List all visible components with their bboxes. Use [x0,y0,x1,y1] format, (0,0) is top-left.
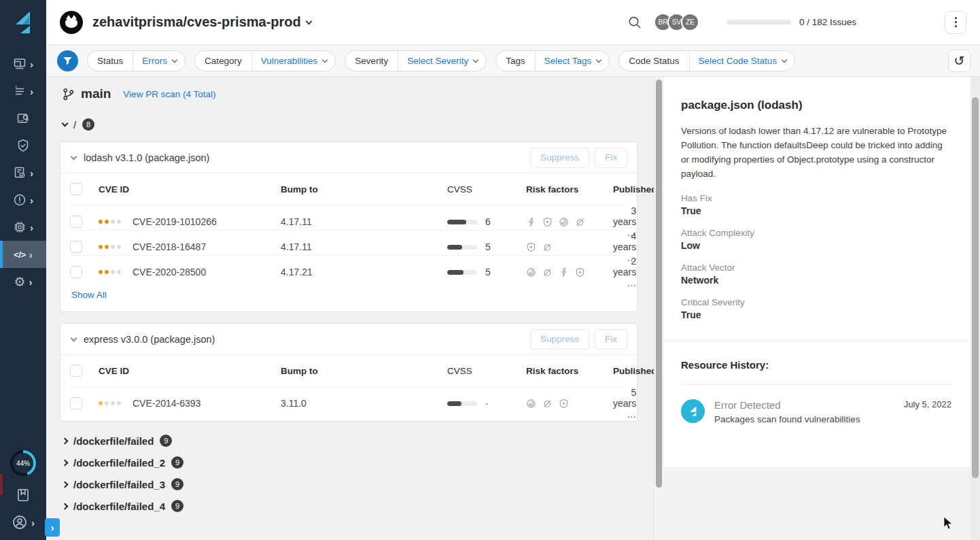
col-cve-id: CVE ID [99,184,281,195]
table-row[interactable]: CVE-2020-28500 4.17.21 5 2 years … [70,255,626,280]
filter-category[interactable]: Category Vulnerabilities [194,50,336,71]
sidebar-item-integrations[interactable]: › [0,214,46,241]
docs-bookmark-icon[interactable] [16,488,31,503]
select-all-checkbox[interactable] [70,365,82,377]
cve-id[interactable]: CVE-2019-1010266 [133,216,217,227]
folder-name: /dockerfile/failed_2 [73,457,165,469]
issue-count-badge: 9 [171,500,183,512]
row-checkbox[interactable] [70,266,82,278]
fix-button[interactable]: Fix [595,329,627,350]
collapse-icon[interactable] [71,335,77,341]
chevron-right-icon: › [30,86,33,97]
bump-to: 4.17.21 [281,267,447,277]
suppress-button[interactable]: Suppress [530,329,589,350]
repo-selector[interactable]: zehavitprisma/cves-prisma-prod [92,14,301,30]
sidebar-item-compliance[interactable] [0,132,46,159]
sidebar-expand-button[interactable]: › [45,518,60,537]
history-event: Error Detected Packages scan found vulne… [681,399,951,424]
avatar[interactable]: ZE [681,13,699,31]
page-scrollbar[interactable] [970,77,980,540]
remote-execution-icon [526,399,536,409]
sidebar-item-policies[interactable]: › [0,159,46,186]
chevron-down-icon[interactable] [305,18,312,24]
issue-count-badge: 9 [171,478,183,490]
folder-row[interactable]: /dockerfile/failed 9 [60,435,637,447]
alert-icon [13,193,27,207]
cvss-bar [447,245,477,250]
issue-count-badge: 8 [82,118,94,131]
chevron-right-icon: › [31,518,35,528]
filter-value: Errors [142,56,167,66]
filter-label: Status [88,56,133,66]
account-menu[interactable]: › [12,514,35,530]
filter-severity[interactable]: Severity Select Severity [345,50,487,71]
root-folder-row[interactable]: / 8 [60,118,637,131]
chevron-down-icon [473,57,478,63]
sidebar-item-settings[interactable]: ⚙ › [0,268,46,295]
cvss-bar [447,401,477,406]
cvss-bar [447,220,477,224]
risk-factors [526,399,613,409]
severity-dots [99,245,121,249]
row-checkbox[interactable] [70,241,82,253]
scrollbar-thumb[interactable] [972,97,979,478]
filter-value: Select Code Status [699,56,777,66]
filter-button[interactable] [57,50,78,71]
chevron-right-icon [62,481,69,488]
row-checkbox[interactable] [70,397,82,409]
col-published: Published [613,184,654,195]
fix-button[interactable]: Fix [595,148,627,168]
reset-filters-button[interactable]: ↺ [948,50,970,72]
field-value: Network [681,275,951,286]
folder-row[interactable]: /dockerfile/failed_3 9 [60,478,637,490]
findings-scrollbar[interactable] [654,77,663,540]
dos-icon [526,217,536,227]
table-row[interactable]: CVE-2018-16487 4.17.11 5 4 years … [70,230,626,255]
sidebar-item-code-projects[interactable]: </> › [0,241,46,268]
filter-code-status[interactable]: Code Status Select Code Status [618,50,795,71]
bridgecrew-event-icon [681,399,705,423]
sidebar-item-dashboard[interactable]: › [0,50,46,78]
search-icon[interactable] [627,15,642,30]
suppress-button[interactable]: Suppress [530,148,589,168]
folder-name: / [73,119,76,131]
filter-value: Vulnerabilities [261,56,318,66]
detail-field: Has Fix True [681,193,951,216]
table-row[interactable]: CVE-2019-1010266 4.17.11 6 3 years … [70,205,626,230]
col-bump-to: Bump to [281,366,447,376]
show-all-link[interactable]: Show All [71,290,107,300]
sidebar-item-incidents-list[interactable]: › [0,78,46,105]
attack-complexity-low-icon [559,399,569,409]
details-pane: package.json (lodash) Versions of lodash… [663,77,970,540]
divider [663,341,970,341]
chevron-right-icon [62,503,69,509]
folder-row[interactable]: /dockerfile/failed_2 9 [60,456,637,469]
field-label: Critical Severity [681,297,951,307]
row-checkbox[interactable] [70,216,82,228]
cve-id[interactable]: CVE-2020-28500 [133,267,206,277]
scrollbar-thumb[interactable] [656,80,662,488]
reset-icon: ↺ [954,53,965,69]
cve-id[interactable]: CVE-2014-6393 [133,398,200,409]
view-pr-scan-link[interactable]: View PR scan (4 Total) [123,89,215,99]
table-row[interactable]: CVE-2014-6393 3.11.0 · 5 years … [70,386,626,411]
sidebar-item-resource-explorer[interactable] [0,105,46,132]
filter-tags[interactable]: Tags Select Tags [495,50,610,71]
sidebar-item-alerts[interactable]: › [0,186,46,214]
folder-row[interactable]: /dockerfile/failed_4 9 [60,500,637,512]
scan-progress-label: 44% [13,453,33,473]
field-label: Has Fix [681,193,951,203]
cve-id[interactable]: CVE-2018-16487 [133,241,206,252]
field-label: Attack Vector [681,263,951,273]
scan-progress-ring[interactable]: 44% [10,450,36,476]
col-cvss: CVSS [447,366,526,376]
folder-name: /dockerfile/failed_3 [73,479,165,490]
bridgecrew-logo[interactable] [0,0,46,45]
kebab-menu-button[interactable] [945,11,966,34]
select-all-checkbox[interactable] [70,183,82,195]
field-value: True [681,309,951,320]
risk-factors [526,242,613,252]
published: 5 years … [613,387,636,420]
filter-status[interactable]: Status Errors [87,50,186,71]
collapse-icon[interactable] [71,153,77,160]
